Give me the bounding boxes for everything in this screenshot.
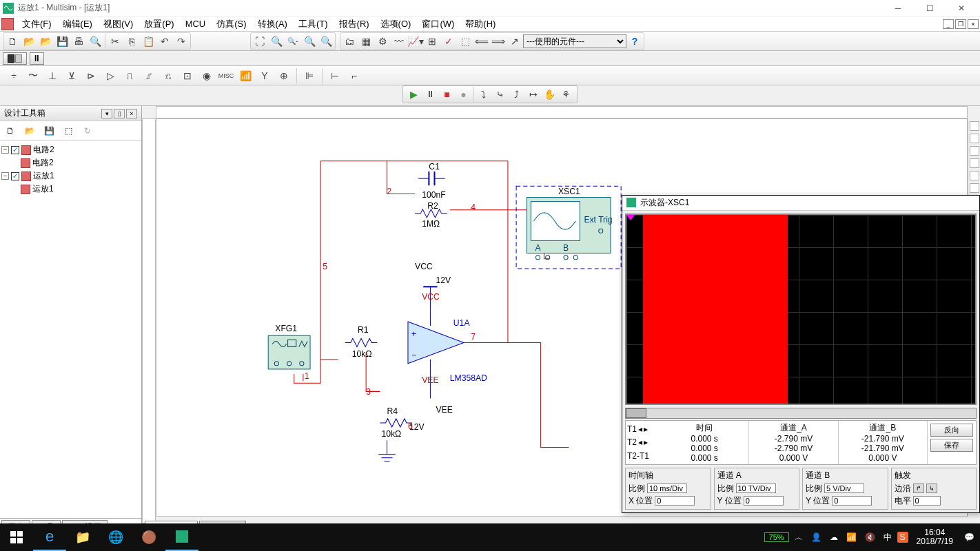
zoom-out-icon[interactable]: 🔍- xyxy=(285,34,301,49)
help-icon[interactable]: ? xyxy=(626,34,643,49)
rf-icon[interactable]: 📶 xyxy=(237,68,254,83)
rt-a-icon[interactable] xyxy=(970,121,979,131)
hier-icon[interactable]: ⌐ xyxy=(346,68,363,83)
timebase-scale[interactable] xyxy=(647,484,687,493)
step-into-icon[interactable]: ⤵ xyxy=(476,87,492,102)
play-icon[interactable]: ▶ xyxy=(406,87,422,102)
copy-icon[interactable]: ⎘ xyxy=(123,34,140,49)
zoom-fit-icon[interactable]: ⛶ xyxy=(252,34,268,49)
elmech-icon[interactable]: Y xyxy=(256,68,273,83)
scope-titlebar[interactable]: 示波器-XSC1 xyxy=(622,196,979,211)
erc-icon[interactable]: ⊞ xyxy=(424,34,440,49)
undo-icon[interactable]: ↶ xyxy=(156,34,173,49)
mdi-close[interactable]: × xyxy=(968,19,979,29)
step-back-icon[interactable]: ↦ xyxy=(525,87,542,102)
rt-d-icon[interactable] xyxy=(970,158,979,168)
menu-place[interactable]: 放置(P) xyxy=(139,17,179,32)
instrument-xsc1[interactable]: XSC1 Ext Trig A B xyxy=(516,186,621,269)
tray-notifications-icon[interactable]: 💬 xyxy=(961,532,977,542)
component-r1[interactable]: R1 10kΩ xyxy=(345,325,378,358)
region-icon[interactable]: ⬚ xyxy=(457,34,473,49)
connector-icon[interactable]: ⊕ xyxy=(276,68,292,83)
graph-icon[interactable]: 〰 xyxy=(391,34,407,49)
back-annotate-icon[interactable]: ⟸ xyxy=(473,34,490,49)
postproc-icon[interactable]: 📈▾ xyxy=(407,34,424,49)
scope-window[interactable]: 示波器-XSC1 T1◂▸ T2◂▸ T2-T1 时间 0.000 s 0.00… xyxy=(622,195,980,513)
taskbar-app1[interactable]: 🟤 xyxy=(132,523,165,551)
preview-icon[interactable]: 🔍 xyxy=(87,34,103,49)
menu-edit[interactable]: 编辑(E) xyxy=(57,17,98,32)
t1-left[interactable]: ◂ xyxy=(638,424,642,434)
forward-annotate-icon[interactable]: ⟹ xyxy=(490,34,507,49)
sidebar-close[interactable]: × xyxy=(126,109,137,118)
export-icon[interactable]: ↗ xyxy=(507,34,523,49)
component-r2[interactable]: R2 1MΩ xyxy=(415,201,447,229)
parts-combo[interactable]: ---使用的元件--- xyxy=(523,34,626,48)
transistor-icon[interactable]: ⊳ xyxy=(83,68,99,83)
t2-right[interactable]: ▸ xyxy=(644,437,648,447)
sidebar-dropdown[interactable]: ▾ xyxy=(101,109,112,118)
pause-icon[interactable]: II xyxy=(422,87,439,102)
scope-display[interactable] xyxy=(625,214,977,405)
minimize-button[interactable]: ─ xyxy=(882,0,914,17)
junction-icon[interactable]: ⊢ xyxy=(327,68,343,83)
rt-e-icon[interactable] xyxy=(970,171,979,180)
zoom-area-icon[interactable]: 🔍 xyxy=(301,34,318,49)
component-c1[interactable]: C1 100nF xyxy=(418,162,446,200)
taskbar-ie[interactable]: 🌐 xyxy=(99,523,132,551)
step-over-icon[interactable]: ⤷ xyxy=(492,87,509,102)
ttl-icon[interactable]: ⎍ xyxy=(121,68,138,83)
record-icon[interactable]: ● xyxy=(456,87,472,102)
component-ground[interactable] xyxy=(378,440,395,461)
analog-icon[interactable]: ▷ xyxy=(102,68,119,83)
scope-scrollbar[interactable] xyxy=(625,408,977,419)
scope-reverse-button[interactable]: 反向 xyxy=(930,424,973,437)
check-icon[interactable]: ✓ xyxy=(440,34,457,49)
sb-open-icon[interactable]: 📂 xyxy=(22,123,37,138)
step-out-icon[interactable]: ⤴ xyxy=(509,87,525,102)
hierarchy-icon[interactable]: 🗂 xyxy=(341,34,358,49)
scope-save-button[interactable]: 保存 xyxy=(930,439,973,452)
taskbar-edge[interactable]: e xyxy=(33,523,66,551)
chb-scale[interactable] xyxy=(824,484,864,493)
hand-icon[interactable]: ✋ xyxy=(542,87,558,102)
sb-new-icon[interactable]: 🗋 xyxy=(3,123,18,138)
bus-icon[interactable]: ⊫ xyxy=(301,68,318,83)
redo-icon[interactable]: ↷ xyxy=(173,34,190,49)
paste-icon[interactable]: 📋 xyxy=(140,34,156,49)
cmos-icon[interactable]: ⎎ xyxy=(141,68,157,83)
indicator-icon[interactable]: ◉ xyxy=(198,68,215,83)
db-icon[interactable]: ⚙ xyxy=(374,34,391,49)
zoom-sheet-icon[interactable]: 🔍 xyxy=(318,34,334,49)
tray-cloud-icon[interactable]: ☁ xyxy=(827,532,841,542)
stop-icon[interactable]: ■ xyxy=(439,87,456,102)
save-icon[interactable]: 💾 xyxy=(54,34,70,49)
t2-left[interactable]: ◂ xyxy=(638,437,642,447)
new-icon[interactable]: 🗋 xyxy=(4,34,21,49)
taskbar-explorer[interactable]: 📁 xyxy=(66,523,99,551)
sb-save-icon[interactable]: 💾 xyxy=(41,123,57,138)
open2-icon[interactable]: 📂 xyxy=(37,34,54,49)
trig-rise[interactable]: ↱ xyxy=(913,484,924,493)
menu-tools[interactable]: 工具(T) xyxy=(293,17,334,32)
rt-c-icon[interactable] xyxy=(970,146,979,156)
sb-refresh-icon[interactable]: ↻ xyxy=(80,123,95,138)
tray-ime[interactable]: 中 xyxy=(881,532,895,543)
tree-node-root1[interactable]: −✓ 运放1 xyxy=(1,169,140,183)
menu-help[interactable]: 帮助(H) xyxy=(460,17,501,32)
cut-icon[interactable]: ✂ xyxy=(107,34,123,49)
start-button[interactable] xyxy=(0,523,33,551)
component-vcc[interactable]: VCC 12V VCC xyxy=(415,262,451,312)
trig-level[interactable] xyxy=(913,496,941,506)
t1-right[interactable]: ▸ xyxy=(644,424,648,434)
menu-transfer[interactable]: 转换(A) xyxy=(252,17,293,32)
battery-indicator[interactable]: 75% xyxy=(764,532,789,542)
menu-window[interactable]: 窗口(W) xyxy=(416,17,460,32)
menu-mcu[interactable]: MCU xyxy=(180,17,212,30)
signal-icon[interactable]: 〜 xyxy=(25,68,41,83)
tray-chevron-icon[interactable]: ︿ xyxy=(792,532,806,543)
zoom-in-icon[interactable]: 🔍 xyxy=(268,34,285,49)
mixed-icon[interactable]: ⊡ xyxy=(179,68,196,83)
misc-digital-icon[interactable]: ⎌ xyxy=(160,68,176,83)
tree-node-root0[interactable]: −✓ 电路2 xyxy=(1,143,140,156)
